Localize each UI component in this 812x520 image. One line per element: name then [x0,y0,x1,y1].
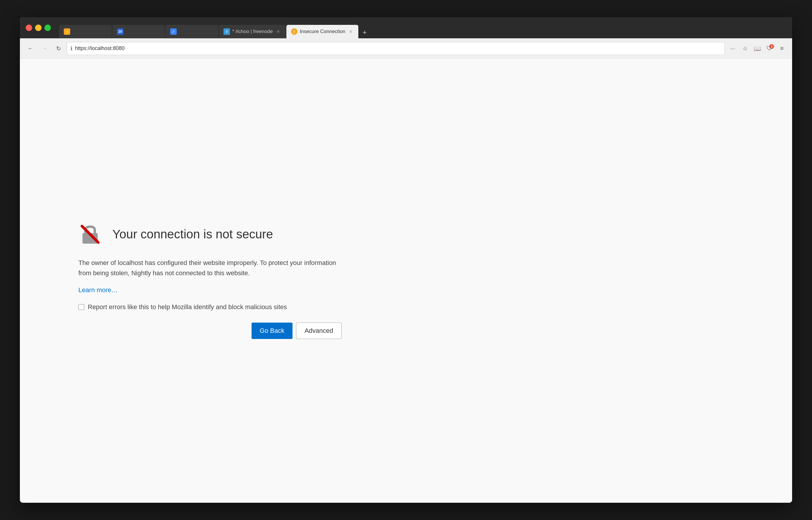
tabs-area: ⚡ 20 ✓ # * #choo | freenode [59,17,786,38]
title-bar: ⚡ 20 ✓ # * #choo | freenode [20,17,792,38]
new-tab-button[interactable]: + [359,27,371,38]
tab-favicon-5: ! [291,28,297,35]
tab-5[interactable]: ! Insecure Connection ✕ [286,25,358,38]
reload-button[interactable]: ↻ [53,43,64,54]
tab-4[interactable]: # * #choo | freenode ✕ [219,25,286,38]
close-window-button[interactable] [26,25,32,31]
tab-5-close-button[interactable]: ✕ [348,29,353,34]
main-content: Your connection is not secure The owner … [20,59,792,503]
warning-favicon-icon: ! [291,28,297,35]
checkbox-row: Report errors like this to help Mozilla … [78,303,342,311]
reader-view-button[interactable]: 📖 [752,43,763,54]
toolbar: ← → ↻ ℹ ··· ☆ 📖 🛡 2 ≡ [20,38,792,59]
learn-more-link[interactable]: Learn more… [78,286,118,294]
tab-4-close-button[interactable]: ✕ [275,29,281,34]
error-title: Your connection is not secure [112,227,273,241]
address-bar-container: ℹ [67,42,725,55]
ublock-button[interactable]: 🛡 2 [764,43,775,54]
ublock-badge: 2 [769,44,774,49]
tab-3[interactable]: ✓ [165,25,218,38]
check-favicon-icon: ✓ [170,28,177,35]
choo-favicon-icon: # [224,28,230,35]
tab-favicon-1: ⚡ [64,28,70,35]
tab-2[interactable]: 20 [112,25,165,38]
tab-favicon-4: # [224,28,230,35]
yellow-favicon-icon: ⚡ [64,28,70,35]
minimize-window-button[interactable] [35,25,42,31]
checkbox-label: Report errors like this to help Mozilla … [88,303,287,311]
calendar-favicon-icon: 20 [117,28,124,35]
more-tools-button[interactable]: ··· [727,43,738,54]
back-button[interactable]: ← [25,43,36,54]
traffic-lights [26,25,51,31]
tab-favicon-2: 20 [117,28,124,35]
tab-1[interactable]: ⚡ [59,25,112,38]
bookmark-button[interactable]: ☆ [739,43,751,54]
tab-5-label: Insecure Connection [300,29,345,34]
toolbar-right-buttons: ··· ☆ 📖 🛡 2 ≡ [727,43,787,54]
tab-favicon-3: ✓ [170,28,177,35]
action-buttons: Go Back Advanced [78,322,342,339]
error-description: The owner of localhost has configured th… [78,258,342,278]
tab-4-label: * #choo | freenode [232,29,273,34]
address-bar-input[interactable] [75,45,721,51]
report-error-checkbox[interactable] [78,304,84,310]
lock-icon: ℹ [71,45,73,52]
insecure-lock-icon [78,223,102,246]
maximize-window-button[interactable] [45,25,51,31]
advanced-button[interactable]: Advanced [296,322,342,339]
browser-window: ⚡ 20 ✓ # * #choo | freenode [20,17,792,503]
go-back-button[interactable]: Go Back [252,322,292,339]
menu-button[interactable]: ≡ [776,43,787,54]
error-header: Your connection is not secure [78,223,342,246]
forward-button[interactable]: → [38,43,50,54]
error-container: Your connection is not secure The owner … [78,223,342,339]
